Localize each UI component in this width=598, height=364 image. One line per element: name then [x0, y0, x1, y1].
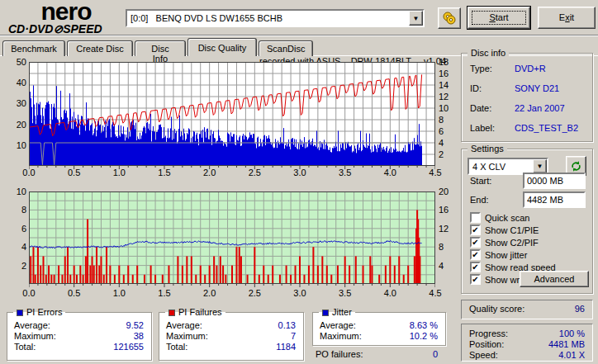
tab-disc-quality[interactable]: Disc Quality: [187, 38, 257, 56]
axis-tick-label: 1.0: [109, 288, 129, 298]
drive-select[interactable]: [0:0] BENQ DVD LS DW1655 BCHB ▼: [126, 9, 425, 27]
checkbox-label: Show C2/PIF: [485, 238, 539, 248]
checkbox-checked-icon: ✔: [470, 237, 481, 248]
axis-tick-label: 4.0: [380, 288, 400, 298]
stat-box-legend: PI Failures: [165, 307, 225, 318]
exit-button[interactable]: Exit: [538, 7, 596, 29]
stat-label-2: Total:: [166, 342, 187, 352]
checkbox-row-quick-scan[interactable]: Quick scan: [470, 212, 529, 223]
progress-panel: Progress:100 %Position:4481 MBSpeed:4.01…: [461, 324, 593, 362]
stat-box-title: Jitter: [332, 307, 352, 318]
axis-tick-label: 40: [3, 78, 26, 87]
axis-tick-label: 1.5: [154, 288, 174, 298]
axis-tick-label: 1.5: [154, 168, 174, 177]
drive-select-dropdown-button[interactable]: ▼: [409, 11, 423, 26]
checkbox-checked-icon: ✔: [470, 262, 481, 272]
nero-logo-text: nero: [8, 1, 124, 22]
axis-tick-label: 8: [439, 242, 455, 252]
stat-value-0: 0.13: [278, 320, 296, 330]
end-mb-input[interactable]: [523, 191, 586, 208]
checkbox-checked-icon: ✔: [470, 249, 481, 260]
chevron-down-icon: ▼: [413, 15, 420, 22]
quality-score-panel: Quality score: 96: [461, 300, 593, 319]
pi-failures-jitter-plot: [29, 191, 435, 288]
toolbar-separator: [0, 35, 598, 36]
disc-button[interactable]: [438, 7, 461, 29]
disc-info-value-0: DVD+R: [515, 64, 546, 73]
axis-tick-label: 10: [3, 140, 26, 150]
stat-label-1: Maximum:: [14, 331, 56, 341]
disc-info-label-0: Type:: [470, 64, 492, 73]
tab-create-disc[interactable]: Create Disc: [67, 40, 133, 56]
stat-label-0: Average:: [14, 320, 50, 330]
quality-score-label: Quality score:: [469, 304, 524, 314]
scan-speed-dropdown-button[interactable]: ▼: [533, 159, 547, 173]
series-color-swatch: [322, 310, 329, 316]
axis-tick-label: 20: [3, 120, 26, 130]
disc-info-label-3: Label:: [470, 123, 495, 133]
axis-tick-label: 1.0: [109, 168, 129, 177]
axis-tick-label: 16: [439, 205, 455, 215]
axis-tick-label: 12: [439, 224, 455, 234]
stat-label-0: Average:: [320, 320, 356, 330]
scan-speed-value: 4 X CLV: [469, 162, 533, 172]
stat-value-1: 7: [291, 331, 296, 341]
tab-disc-info[interactable]: Disc Info: [135, 40, 186, 56]
disc-info-label-1: ID:: [470, 83, 482, 93]
axis-tick-label: 3.0: [290, 168, 310, 177]
axis-tick-label: 2: [3, 261, 26, 271]
start-mb-label: Start:: [470, 176, 491, 186]
tab-benchmark[interactable]: Benchmark: [2, 40, 65, 56]
axis-tick-label: 4.5: [425, 288, 445, 298]
progress-value-1: 4481 MB: [548, 339, 585, 349]
chevron-down-icon: ▼: [537, 163, 543, 170]
progress-label-2: Speed:: [469, 350, 498, 360]
advanced-button[interactable]: Advanced: [520, 271, 589, 287]
disc-info-label-2: Date:: [470, 103, 491, 113]
nero-logo: nero CD·DVD⊘SPEED: [8, 1, 124, 35]
axis-tick-label: 20: [439, 187, 455, 196]
axis-tick-label: 50: [3, 57, 26, 67]
axis-tick-label: 14: [439, 80, 455, 90]
tab-scandisc[interactable]: ScanDisc: [259, 40, 313, 56]
checkbox-row-show-jitter[interactable]: ✔Show jitter: [470, 249, 527, 260]
stat-label-1: Maximum:: [320, 331, 362, 341]
checkbox-checked-icon: ✔: [470, 274, 481, 285]
settings-title: Settings: [467, 144, 507, 154]
axis-tick-label: 2.0: [200, 288, 220, 298]
axis-tick-label: 0.0: [19, 288, 39, 298]
disc-info-value-2: 22 Jan 2007: [515, 103, 565, 113]
axis-tick-label: 30: [3, 98, 26, 108]
axis-tick-label: 3.5: [335, 288, 355, 298]
focus-rect: [472, 11, 526, 25]
axis-tick-label: 4.5: [425, 168, 445, 177]
stat-value-2: 1184: [276, 342, 296, 352]
stat-value-1: 10.2 %: [410, 331, 438, 341]
checkbox-label: Show jitter: [485, 250, 527, 260]
axis-tick-label: 2.5: [244, 168, 264, 177]
po-failures-value: 0: [433, 349, 438, 359]
po-failures-row: PO failures: 0: [316, 349, 446, 359]
axis-tick-label: 2: [439, 149, 455, 159]
axis-tick-label: 2.0: [200, 168, 220, 177]
stat-box-legend: PI Errors: [13, 307, 65, 318]
axis-tick-label: 10: [439, 103, 455, 113]
axis-tick-label: 0.5: [64, 168, 84, 177]
progress-value-2: 4.01 X: [558, 350, 585, 360]
axis-tick-label: 16: [439, 69, 455, 78]
checkbox-row-show-c2/pif[interactable]: ✔Show C2/PIF: [470, 237, 539, 248]
settings-group: Settings 4 X CLV ▼ Start: End: Quick sca…: [461, 149, 593, 294]
axis-tick-label: 4.0: [380, 168, 400, 177]
progress-label-1: Position:: [469, 339, 504, 349]
quality-score-value: 96: [575, 304, 585, 314]
axis-tick-label: 2.5: [244, 288, 264, 298]
axis-tick-label: 3.0: [290, 288, 310, 298]
axis-tick-label: 18: [439, 57, 455, 67]
stat-box-legend: Jitter: [319, 307, 355, 318]
checkbox-row-show-c1/pie[interactable]: ✔Show C1/PIE: [470, 225, 539, 235]
start-button[interactable]: Start: [467, 7, 530, 29]
stat-value-0: 9.52: [126, 320, 144, 330]
stat-value-1: 38: [134, 331, 144, 341]
start-mb-input[interactable]: [523, 173, 586, 189]
chart-pi-errors: [29, 62, 435, 172]
